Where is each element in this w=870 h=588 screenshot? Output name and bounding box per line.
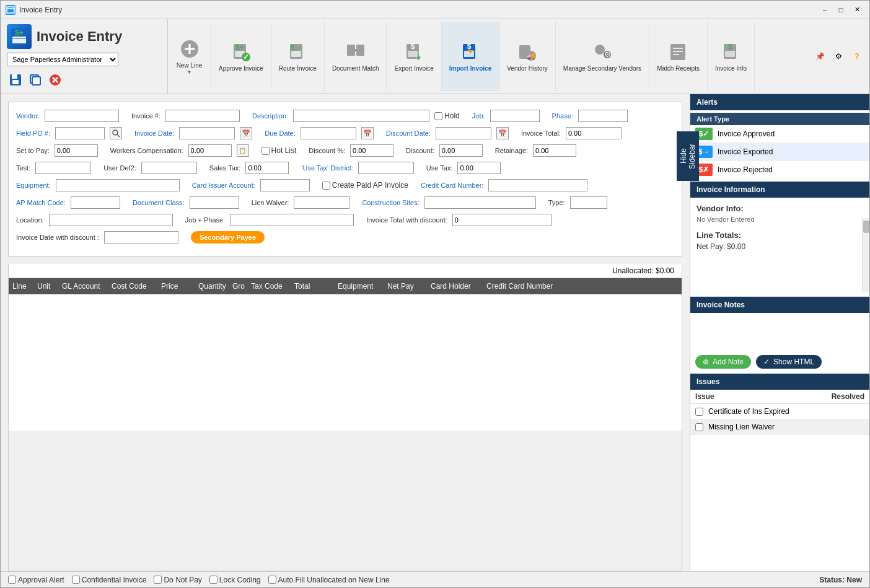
- workers-comp-input[interactable]: [188, 144, 232, 157]
- document-class-input[interactable]: [190, 196, 239, 209]
- invoice-num-input[interactable]: [165, 110, 240, 122]
- invoice-total-discount-input[interactable]: [452, 214, 551, 226]
- toolbar-new-line[interactable]: New Line ▼: [168, 22, 211, 91]
- svg-point-49: [113, 130, 118, 135]
- equipment-input[interactable]: [56, 179, 180, 191]
- card-issuer-input[interactable]: [260, 179, 310, 191]
- workers-comp-lookup-btn[interactable]: 📋: [237, 144, 249, 157]
- toolbar-match-receipts[interactable]: Match Receipts: [649, 22, 708, 91]
- due-date-cal-btn[interactable]: 📅: [361, 127, 374, 139]
- toolbar-route-invoice[interactable]: $→ Route Invoice: [271, 22, 325, 91]
- lien-waiver-checkbox[interactable]: [695, 423, 703, 431]
- toolbar-manage-secondary[interactable]: ⚙ Manage Secondary Vendors: [556, 22, 649, 91]
- phase-input[interactable]: [578, 110, 628, 122]
- close-button[interactable]: ✕: [850, 4, 864, 15]
- construction-sites-input[interactable]: [424, 196, 536, 209]
- description-label: Description:: [252, 112, 288, 120]
- scrollbar[interactable]: [862, 218, 869, 292]
- credit-card-input[interactable]: [488, 179, 587, 191]
- alerts-list: Alert Type $✓ Invoice Approved $→ Invoic…: [690, 110, 869, 182]
- issue-col-header: Issue: [695, 392, 714, 401]
- hot-list-checkbox[interactable]: [261, 147, 270, 155]
- svg-marker-31: [418, 55, 421, 61]
- discount-date-cal-btn[interactable]: 📅: [496, 127, 509, 139]
- user-dropdown[interactable]: Sage Paperless Administrator: [7, 53, 118, 66]
- field-po-input[interactable]: [55, 127, 105, 139]
- toolbar-document-match[interactable]: Document Match: [325, 22, 387, 91]
- pin-button[interactable]: 📌: [812, 49, 827, 64]
- no-vendor-text: No Vendor Entered: [696, 216, 863, 223]
- unallocated-val: $0.00: [656, 266, 674, 275]
- alert-row-rejected[interactable]: $✗ Invoice Rejected: [690, 161, 869, 179]
- ap-match-input[interactable]: [71, 196, 120, 209]
- save-button[interactable]: [7, 71, 24, 89]
- alert-row-exported[interactable]: $→ Invoice Exported: [690, 143, 869, 161]
- svg-text:$→: $→: [291, 43, 302, 52]
- lock-coding-checkbox[interactable]: [209, 576, 218, 584]
- minimize-button[interactable]: –: [817, 4, 832, 15]
- invoice-date-discount-label: Invoice Date with discount :: [16, 234, 99, 241]
- hide-sidebar-button[interactable]: Hide Sidebar: [677, 131, 699, 181]
- add-note-button[interactable]: ⊕ Add Note: [695, 355, 751, 369]
- cancel-button[interactable]: [46, 71, 64, 89]
- type-input[interactable]: [570, 196, 607, 209]
- use-tax-input[interactable]: [457, 162, 501, 174]
- approval-alert-checkbox[interactable]: [8, 576, 16, 584]
- test-input[interactable]: [35, 162, 91, 174]
- card-issuer-label: Card Issuer Account:: [192, 182, 255, 189]
- help-button[interactable]: ?: [850, 49, 864, 64]
- import-icon: $: [459, 41, 481, 63]
- do-not-pay-checkbox[interactable]: [154, 576, 162, 584]
- ap-match-label: AP Match Code:: [16, 199, 66, 206]
- user-def2-input[interactable]: [141, 162, 197, 174]
- use-tax-district-label: 'Use Tax' District:: [301, 164, 353, 172]
- lien-waiver-input[interactable]: [294, 196, 349, 209]
- svg-text:🚚: 🚚: [527, 51, 536, 60]
- secondary-payee-button[interactable]: Secondary Payee: [191, 231, 265, 244]
- cert-ins-checkbox[interactable]: [695, 408, 703, 416]
- invoice-date-discount-input[interactable]: [104, 231, 178, 244]
- discount-date-input[interactable]: [436, 127, 491, 139]
- sales-tax-input[interactable]: [245, 162, 289, 174]
- auto-fill-checkbox[interactable]: [268, 576, 276, 584]
- toolbar-vendor-history[interactable]: 🚚 Vendor History: [499, 22, 556, 91]
- vendor-input[interactable]: [45, 110, 119, 122]
- cert-ins-label: Certificate of Ins Expired: [708, 407, 789, 416]
- discount-input[interactable]: [439, 144, 483, 157]
- toolbar-approve-invoice[interactable]: $+ ✓ Approve Invoice: [211, 22, 271, 91]
- copy-button[interactable]: [27, 71, 44, 89]
- retainage-input[interactable]: [533, 144, 576, 157]
- toolbar-export-invoice[interactable]: $ Export Invoice: [387, 22, 441, 91]
- field-po-lookup-btn[interactable]: [110, 127, 122, 139]
- issues-section: Issues Issue Resolved Certificate of Ins…: [690, 374, 869, 435]
- toolbar-import-invoice[interactable]: $ Import Invoice: [442, 22, 499, 91]
- invoice-date-input[interactable]: [179, 127, 235, 139]
- invoice-total-input[interactable]: [566, 127, 622, 139]
- svg-text:$+: $+: [235, 43, 244, 52]
- confidential-invoice-checkbox[interactable]: [72, 576, 80, 584]
- invoice-date-cal-btn[interactable]: 📅: [240, 127, 252, 139]
- hold-checkbox[interactable]: [434, 112, 442, 120]
- show-html-button[interactable]: ✓ Show HTML: [756, 355, 822, 369]
- test-label: Test:: [16, 164, 30, 172]
- use-tax-district-input[interactable]: [358, 162, 414, 174]
- due-date-input[interactable]: [301, 127, 356, 139]
- toolbar-invoice-info[interactable]: $ Invoice Info: [708, 22, 755, 91]
- job-phase-input[interactable]: [230, 214, 354, 226]
- use-tax-label: Use Tax:: [426, 164, 453, 172]
- col-cost-code: Cost Code: [108, 281, 157, 292]
- svg-rect-0: [7, 7, 14, 13]
- settings-button[interactable]: ⚙: [831, 49, 846, 64]
- description-input[interactable]: [293, 110, 429, 122]
- form-row-4: Test: User Def2: Sales Tax: 'Use Tax' Di…: [16, 162, 674, 174]
- svg-rect-30: [408, 51, 418, 57]
- set-to-pay-input[interactable]: [55, 144, 98, 157]
- location-input[interactable]: [49, 214, 173, 226]
- col-credit-card: Credit Card Number: [483, 281, 682, 292]
- notes-body: ⊕ Add Note ✓ Show HTML: [690, 313, 869, 374]
- alert-row-approved[interactable]: $✓ Invoice Approved: [690, 125, 869, 143]
- discount-pct-input[interactable]: [350, 144, 393, 157]
- create-paid-ap-checkbox[interactable]: [322, 182, 330, 190]
- restore-button[interactable]: □: [833, 4, 848, 15]
- job-input[interactable]: [490, 110, 540, 122]
